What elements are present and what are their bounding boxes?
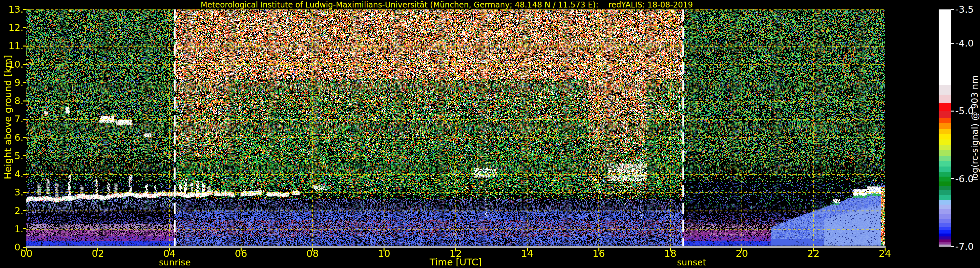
colorbar-tick-label: -4.0 [955, 38, 974, 49]
y-tick-label: 12. [3, 22, 24, 33]
y-tick-label: 6. [3, 132, 24, 143]
y-tick-label: 7. [3, 114, 24, 125]
sunrise-label: sunrise [159, 257, 191, 267]
colorbar-tick [951, 246, 954, 247]
x-tick-label: 22 [799, 248, 828, 259]
colorbar-tick [951, 43, 954, 44]
y-tick-label: 5. [3, 150, 24, 161]
y-tick-label: 10. [3, 59, 24, 70]
colorbar-tick-label: -7.0 [955, 241, 974, 252]
y-tick [23, 100, 26, 101]
colorbar-label: log(rc-signal) @ 903 nm [970, 75, 980, 181]
lidar-quicklook-figure: Meteorological Institute of Ludwig-Maxim… [0, 0, 980, 268]
colorbar-tick [951, 9, 954, 10]
heatmap-plot-area [26, 10, 885, 247]
y-tick [23, 64, 26, 65]
colorbar-tick-label: -3.5 [955, 4, 974, 15]
y-tick [23, 9, 26, 10]
x-tick-label: 24 [870, 248, 900, 259]
y-tick [23, 119, 26, 120]
x-tick-label: 10 [369, 248, 399, 259]
y-tick [23, 27, 26, 28]
sunset-label: sunset [677, 257, 706, 267]
y-tick-label: 2. [3, 205, 24, 216]
y-tick-label: 4. [3, 168, 24, 179]
x-tick-label: 20 [727, 248, 757, 259]
y-tick [23, 174, 26, 174]
y-tick-label: 9. [3, 77, 24, 88]
x-tick-label: 02 [83, 248, 113, 259]
y-tick [23, 137, 26, 138]
x-tick-label: 00 [12, 248, 41, 259]
y-tick-label: 3. [3, 187, 24, 198]
x-axis-label: Time [UTC] [430, 257, 482, 268]
colorbar-tick [951, 178, 954, 179]
x-tick-label: 16 [584, 248, 613, 259]
x-axis-line [26, 246, 886, 248]
plot-title: Meteorological Institute of Ludwig-Maxim… [200, 0, 693, 10]
y-tick [23, 155, 26, 156]
y-tick [23, 228, 26, 229]
colorbar [939, 10, 951, 247]
y-tick [23, 82, 26, 83]
y-tick-label: 8. [3, 95, 24, 106]
x-tick-label: 14 [512, 248, 542, 259]
y-tick-label: 11. [3, 40, 24, 51]
y-tick [23, 46, 26, 46]
y-tick [23, 210, 26, 211]
x-tick-label: 06 [226, 248, 256, 259]
y-tick [23, 192, 26, 193]
y-tick-label: 13. [3, 4, 24, 15]
y-tick-label: 1. [3, 224, 24, 235]
x-tick-label: 08 [298, 248, 327, 259]
colorbar-tick [951, 111, 954, 111]
